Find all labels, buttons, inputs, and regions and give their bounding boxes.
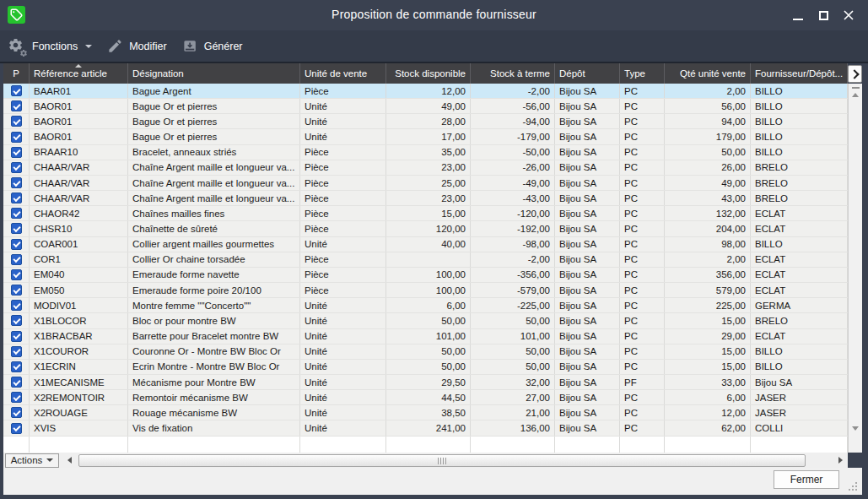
cell-stockterme[interactable]: -98,00	[471, 237, 555, 252]
cell-fourn[interactable]: ECLAT	[751, 283, 848, 297]
actions-button[interactable]: Actions	[5, 453, 59, 468]
cell-fourn[interactable]: BILLO	[751, 237, 848, 252]
cell-p[interactable]	[3, 344, 30, 359]
table-row[interactable]: X2ROUAGERouage mécanisme BWUnité38,5021,…	[3, 405, 848, 420]
cell-qte[interactable]: 12,00	[665, 405, 751, 420]
row-checkbox[interactable]	[11, 254, 22, 265]
cell-p[interactable]	[3, 252, 30, 267]
column-header-stockterme[interactable]: Stock à terme	[471, 63, 555, 84]
cell-ref[interactable]: BAOR01	[30, 129, 128, 144]
cell-type[interactable]: PC	[620, 390, 665, 404]
cell-p[interactable]	[3, 283, 30, 297]
table-row[interactable]: CHAAR/VARChaîne Argent maille et longueu…	[3, 176, 848, 191]
cell-des[interactable]: Mécanisme pour Montre BW	[128, 375, 300, 389]
cell-qte[interactable]: 49,00	[665, 176, 751, 190]
cell-des[interactable]: Vis de fixation	[128, 420, 300, 435]
cell-unite[interactable]: Unité	[300, 313, 386, 328]
scrollbar-thumb[interactable]	[78, 454, 806, 467]
cell-ref[interactable]: X1COUROR	[30, 344, 128, 359]
cell-unite[interactable]: Pièce	[300, 160, 386, 175]
row-checkbox[interactable]	[11, 392, 22, 403]
row-checkbox[interactable]	[11, 315, 22, 326]
cell-type[interactable]: PC	[620, 221, 665, 236]
cell-depot[interactable]: Bijou SA	[555, 145, 620, 160]
cell-type[interactable]: PC	[620, 405, 665, 420]
cell-ref[interactable]: BAAR01	[30, 84, 128, 98]
cell-ref[interactable]: X1BLOCOR	[30, 313, 128, 328]
cell-stockdisp[interactable]: 101,00	[386, 329, 471, 344]
cell-type[interactable]: PC	[620, 206, 665, 220]
cell-ref[interactable]: COR1	[30, 252, 128, 267]
cell-qte[interactable]: 2,00	[665, 252, 751, 267]
generer-button[interactable]: Générer	[175, 34, 251, 59]
column-header-des[interactable]: Désignation	[128, 63, 300, 84]
cell-des[interactable]: Barrette pour Bracelet montre BW	[128, 329, 300, 344]
cell-qte[interactable]: 98,00	[665, 237, 751, 252]
cell-depot[interactable]: Bijou SA	[555, 84, 620, 98]
table-row[interactable]: BAAR01Bague ArgentPièce12,00-2,00Bijou S…	[3, 84, 848, 99]
cell-fourn[interactable]: Bijou SA	[751, 375, 848, 389]
cell-fourn[interactable]: BRELO	[751, 176, 848, 190]
row-checkbox[interactable]	[11, 300, 22, 311]
cell-type[interactable]: PC	[620, 237, 665, 252]
cell-unite[interactable]: Pièce	[300, 84, 386, 98]
table-row[interactable]: X1COURORCouronne Or - Montre BW Bloc OrU…	[3, 344, 848, 360]
column-scroll-right-button[interactable]	[848, 65, 862, 83]
cell-depot[interactable]: Bijou SA	[555, 390, 620, 404]
cell-stockterme[interactable]: 32,00	[471, 375, 555, 389]
cell-ref[interactable]: X1BRACBAR	[30, 329, 128, 344]
cell-p[interactable]	[3, 329, 30, 344]
cell-type[interactable]: PC	[620, 283, 665, 297]
cell-ref[interactable]: MODIV01	[30, 298, 128, 312]
cell-p[interactable]	[3, 191, 30, 205]
cell-qte[interactable]: 356,00	[665, 268, 751, 282]
row-checkbox[interactable]	[11, 85, 22, 96]
table-row[interactable]: X1MECANISMEMécanisme pour Montre BWUnité…	[3, 375, 848, 390]
cell-unite[interactable]: Unité	[300, 405, 386, 420]
cell-depot[interactable]: Bijou SA	[555, 129, 620, 144]
table-row[interactable]: CHSR10Chaînette de sûretéPièce120,00-192…	[3, 221, 848, 236]
vertical-scrollbar[interactable]	[848, 84, 862, 453]
cell-stockterme[interactable]: -50,00	[471, 145, 555, 160]
cell-depot[interactable]: Bijou SA	[555, 313, 620, 328]
cell-stockterme[interactable]: -356,00	[471, 268, 555, 282]
cell-stockterme[interactable]: -179,00	[471, 129, 555, 144]
table-row[interactable]: XVISVis de fixationUnité241,00136,00Bijo…	[3, 420, 848, 436]
cell-qte[interactable]: 15,00	[665, 360, 751, 374]
cell-qte[interactable]: 94,00	[665, 114, 751, 128]
cell-depot[interactable]: Bijou SA	[555, 206, 620, 220]
table-row[interactable]: CHAOR42Chaînes mailles finesPièce15,00-1…	[3, 206, 848, 221]
cell-p[interactable]	[3, 206, 30, 220]
cell-type[interactable]: PC	[620, 191, 665, 205]
row-checkbox[interactable]	[11, 346, 22, 357]
cell-fourn[interactable]: ECLAT	[751, 329, 848, 344]
cell-ref[interactable]: BAOR01	[30, 114, 128, 128]
row-checkbox[interactable]	[11, 361, 22, 372]
cell-depot[interactable]: Bijou SA	[555, 176, 620, 190]
cell-unite[interactable]: Unité	[300, 420, 386, 435]
cell-des[interactable]: Chaîne Argent maille et longueur va...	[128, 176, 300, 190]
cell-stockterme[interactable]: 136,00	[471, 420, 555, 435]
cell-fourn[interactable]: BILLO	[751, 145, 848, 160]
cell-ref[interactable]: CHAOR42	[30, 206, 128, 220]
cell-ref[interactable]: BAOR01	[30, 99, 128, 113]
horizontal-scrollbar[interactable]	[63, 453, 848, 468]
cell-qte[interactable]: 132,00	[665, 206, 751, 220]
cell-unite[interactable]: Unité	[300, 375, 386, 389]
cell-des[interactable]: Chaîne Argent maille et longueur va...	[128, 160, 300, 175]
cell-stockdisp[interactable]: 12,00	[386, 84, 471, 98]
cell-ref[interactable]: EM050	[30, 283, 128, 297]
table-row[interactable]: BAOR01Bague Or et pierresUnité28,00-94,0…	[3, 114, 848, 129]
cell-des[interactable]: Emeraude forme poire 20/100	[128, 283, 300, 297]
cell-p[interactable]	[3, 420, 30, 435]
cell-unite[interactable]: Pièce	[300, 176, 386, 190]
cell-fourn[interactable]: ECLAT	[751, 252, 848, 267]
cell-depot[interactable]: Bijou SA	[555, 114, 620, 128]
cell-fourn[interactable]: BILLO	[751, 360, 848, 374]
row-checkbox[interactable]	[11, 285, 22, 296]
splitter-handle[interactable]	[852, 87, 860, 89]
cell-stockdisp[interactable]: 50,00	[386, 360, 471, 374]
cell-stockdisp[interactable]: 35,00	[386, 145, 471, 160]
cell-des[interactable]: Chaîne Argent maille et longueur va...	[128, 191, 300, 205]
cell-type[interactable]: PC	[620, 99, 665, 113]
